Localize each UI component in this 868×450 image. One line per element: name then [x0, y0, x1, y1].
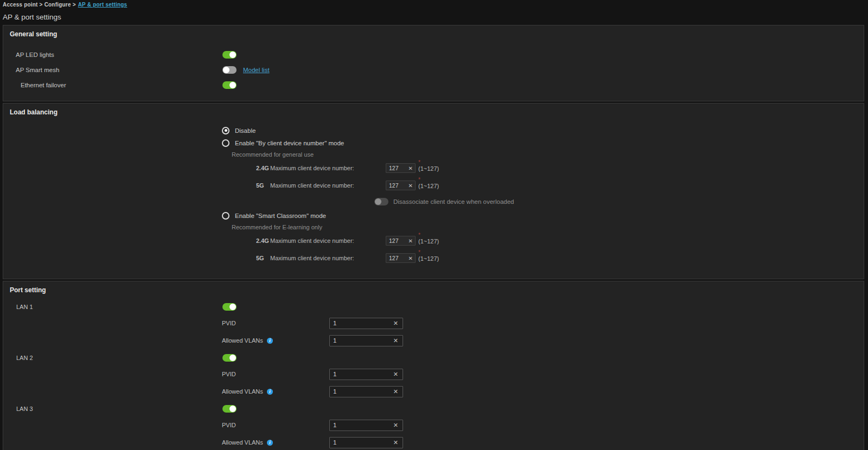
clear-icon[interactable]: ✕ [409, 165, 415, 171]
load-balancing-content: Disable Enable "By client device number"… [3, 116, 864, 279]
lan3-pvid-row: PVID ✕ [3, 419, 864, 431]
clear-icon[interactable]: ✕ [389, 439, 403, 446]
range-wrap: * (1~127) [418, 236, 439, 246]
ethernet-failover-row: Ethernet failover [3, 78, 864, 93]
clear-icon[interactable]: ✕ [409, 238, 415, 244]
lb-disable-option: Disable [222, 126, 864, 134]
general-setting-panel: General setting AP LED lights AP Smart m… [3, 25, 864, 101]
by-client-24g-row: 2.4G Maximum client device number: ✕ * (… [222, 163, 864, 173]
toggle-knob [229, 82, 236, 88]
clear-icon[interactable]: ✕ [389, 371, 403, 378]
lan1-block: LAN 1 PVID ✕ Allowed VLANs i ✕ [3, 303, 864, 346]
lan2-pvid-input-wrap: ✕ [329, 369, 403, 380]
range-label: (1~127) [418, 165, 439, 172]
band-24g-label: 2.4G [256, 165, 270, 171]
port-setting-title: Port setting [3, 281, 864, 294]
ethernet-failover-toggle[interactable] [222, 81, 237, 89]
info-icon[interactable]: i [267, 338, 273, 344]
lan3-pvid-input[interactable] [330, 422, 389, 428]
allowed-vlans-label: Allowed VLANs [222, 337, 263, 344]
toggle-knob [229, 52, 236, 58]
model-list-link[interactable]: Model list [243, 67, 270, 73]
band-5g-label: 5G [256, 182, 270, 189]
lan1-row: LAN 1 [3, 303, 864, 311]
lan1-vlan-row: Allowed VLANs i ✕ [3, 335, 864, 346]
ap-led-lights-label: AP LED lights [16, 52, 222, 58]
lb-disable-radio[interactable] [222, 127, 229, 134]
lan3-vlan-input[interactable] [330, 439, 389, 446]
max-client-label: Maximum client device number: [270, 255, 386, 261]
ap-smart-mesh-row: AP Smart mesh Model list [3, 62, 864, 78]
range-label: (1~127) [418, 238, 439, 245]
by-client-5g-input[interactable] [386, 182, 409, 189]
breadcrumb: Access point > Configure >AP & port sett… [0, 0, 868, 8]
range-label: (1~127) [418, 255, 439, 262]
smart-classroom-5g-input[interactable] [386, 255, 409, 261]
page-title: AP & port settings [3, 13, 868, 21]
ap-smart-mesh-toggle[interactable] [222, 66, 237, 74]
smart-classroom-5g-input-wrap: ✕ [386, 253, 416, 263]
lan3-row: LAN 3 [3, 404, 864, 413]
range-wrap: * (1~127) [418, 253, 439, 263]
lan3-vlan-input-wrap: ✕ [329, 437, 403, 448]
clear-icon[interactable]: ✕ [409, 183, 415, 189]
required-asterisk: * [418, 159, 420, 165]
clear-icon[interactable]: ✕ [389, 388, 403, 395]
lan3-label: LAN 3 [16, 406, 222, 412]
lb-smart-classroom-label[interactable]: Enable "Smart Classroom" mode [235, 213, 326, 219]
clear-icon[interactable]: ✕ [409, 255, 415, 261]
port-setting-panel: Port setting LAN 1 PVID ✕ Allowed VLANs … [3, 281, 864, 450]
allowed-vlans-label: Allowed VLANs [222, 388, 263, 395]
lan1-toggle[interactable] [222, 303, 237, 311]
toggle-knob [229, 304, 236, 310]
smart-classroom-24g-input[interactable] [386, 237, 409, 244]
lan1-vlan-input[interactable] [330, 337, 389, 344]
max-client-label: Maximum client device number: [270, 182, 386, 189]
lan1-label: LAN 1 [16, 304, 222, 310]
port-setting-content: LAN 1 PVID ✕ Allowed VLANs i ✕ [3, 294, 864, 450]
ap-led-lights-toggle[interactable] [222, 51, 237, 59]
clear-icon[interactable]: ✕ [389, 422, 403, 429]
lb-by-client-radio[interactable] [222, 139, 229, 147]
toggle-knob [223, 67, 229, 73]
toggle-knob [375, 198, 381, 205]
band-5g-label: 5G [256, 255, 270, 261]
disassociate-label: Disassociate client device when overload… [393, 198, 514, 205]
by-client-24g-input-wrap: ✕ [386, 163, 416, 173]
by-client-24g-input[interactable] [386, 165, 409, 171]
lb-by-client-hint: Recommended for general use [232, 151, 864, 158]
lan1-pvid-row: PVID ✕ [3, 317, 864, 329]
lan2-pvid-input[interactable] [330, 371, 389, 377]
lan2-toggle[interactable] [222, 354, 237, 362]
smart-classroom-5g-row: 5G Maximum client device number: ✕ * (1~… [222, 253, 864, 263]
lan2-row: LAN 2 [3, 353, 864, 362]
by-client-5g-row: 5G Maximum client device number: ✕ * (1~… [222, 181, 864, 190]
lan3-block: LAN 3 PVID ✕ Allowed VLANs i ✕ [3, 404, 864, 448]
by-client-5g-input-wrap: ✕ [386, 181, 416, 190]
lan2-block: LAN 2 PVID ✕ Allowed VLANs i ✕ [3, 353, 864, 397]
info-icon[interactable]: i [267, 389, 273, 395]
clear-icon[interactable]: ✕ [389, 320, 403, 327]
lan1-pvid-input[interactable] [330, 320, 389, 326]
lan3-toggle[interactable] [222, 405, 237, 413]
band-24g-label: 2.4G [256, 237, 270, 244]
smart-classroom-24g-row: 2.4G Maximum client device number: ✕ * (… [222, 236, 864, 246]
lan1-vlan-input-wrap: ✕ [329, 335, 403, 346]
ethernet-failover-label: Ethernet failover [16, 82, 222, 88]
pvid-label: PVID [222, 371, 236, 377]
info-icon[interactable]: i [267, 440, 273, 446]
lan2-vlan-input[interactable] [330, 388, 389, 395]
required-asterisk: * [418, 232, 420, 238]
lb-by-client-label[interactable]: Enable "By client device number" mode [235, 140, 344, 146]
disassociate-toggle[interactable] [374, 198, 388, 205]
range-label: (1~127) [418, 183, 439, 189]
lb-smart-classroom-radio[interactable] [222, 212, 229, 220]
lan3-vlan-row: Allowed VLANs i ✕ [3, 436, 864, 448]
lb-disable-label[interactable]: Disable [235, 127, 256, 134]
lan2-label: LAN 2 [16, 355, 222, 361]
clear-icon[interactable]: ✕ [389, 337, 403, 344]
load-balancing-title: Load balancing [3, 104, 864, 116]
breadcrumb-current-link[interactable]: AP & port settings [78, 2, 127, 8]
lb-smart-classroom-hint: Recommended for E-learning only [232, 224, 864, 230]
required-asterisk: * [418, 177, 420, 183]
